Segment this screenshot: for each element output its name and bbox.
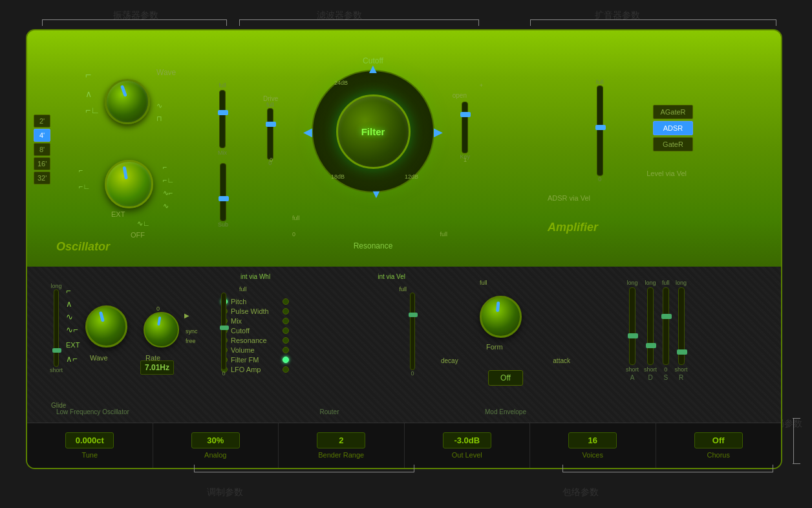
r-slider[interactable] bbox=[678, 287, 685, 365]
sub-slider[interactable]: Sub bbox=[218, 163, 228, 228]
s-slider[interactable] bbox=[663, 287, 669, 365]
filter-knob[interactable]: Filter bbox=[336, 94, 411, 169]
bender-value[interactable]: 2 bbox=[317, 432, 365, 448]
outlevel-label: Out Level bbox=[452, 451, 482, 459]
int-via-whl-label: int via Whl bbox=[240, 273, 270, 280]
mod-envelope-label: Mod Envelope bbox=[485, 408, 526, 415]
resonance-label: Resonance bbox=[354, 241, 393, 250]
tune-label: Tune bbox=[81, 451, 98, 459]
lfo-section: long short Glide ⌐ ∧ ∿ ∿⌐ EXT ∧⌐ Wave bbox=[50, 276, 218, 419]
glide-slider[interactable]: long short bbox=[50, 283, 63, 373]
free-label: free bbox=[186, 338, 196, 344]
form-label: Form bbox=[486, 343, 503, 351]
bender-label: Bender Range bbox=[318, 451, 364, 459]
osc1-knob[interactable] bbox=[105, 79, 150, 124]
octave-buttons: 2' 4' 8' 16' 32' bbox=[34, 115, 50, 184]
mix-slider[interactable]: full Mix bbox=[218, 82, 227, 156]
env-params-label: 包络参数 bbox=[562, 487, 599, 498]
a-slider[interactable] bbox=[629, 287, 636, 365]
lfo-wave-label: Wave bbox=[90, 354, 108, 362]
router-lfoamp-row: LFO Amp bbox=[221, 366, 438, 373]
d-slider-container: long short D bbox=[644, 280, 657, 381]
key-slider[interactable]: Key bbox=[460, 102, 470, 160]
filter-text: Filter bbox=[361, 126, 385, 137]
agate-r-btn[interactable]: AGateR bbox=[653, 105, 693, 119]
router-pitch-row: Pitch bbox=[221, 298, 438, 305]
router-left-slider[interactable]: 0 bbox=[221, 293, 226, 377]
lfo-label: Low Frequency Oscillator bbox=[56, 408, 129, 415]
oct-btn-32[interactable]: 32' bbox=[34, 171, 50, 184]
osc2-knob[interactable] bbox=[105, 160, 153, 208]
bender-param: 2 Bender Range bbox=[279, 423, 405, 468]
tune-value[interactable]: 0.000ct bbox=[65, 432, 114, 448]
oct-btn-4[interactable]: 4' bbox=[34, 129, 50, 142]
outlevel-param: -3.0dB Out Level bbox=[405, 423, 531, 468]
router-filterfm-row: Filter FM bbox=[221, 356, 438, 364]
router-section: int via Whl int via Vel full full Pitch … bbox=[221, 273, 438, 419]
router-res-row: Resonance bbox=[221, 337, 438, 344]
chorus-label: Chorus bbox=[707, 451, 730, 459]
chorus-value[interactable]: Off bbox=[694, 432, 743, 448]
voices-label: Voices bbox=[582, 451, 603, 459]
amplifier-section: Amplifier full 0 ADSR via Vel Level via … bbox=[544, 66, 693, 260]
envelope-buttons: AGateR ADSR GateR bbox=[653, 105, 693, 151]
analog-value[interactable]: 30% bbox=[191, 432, 240, 448]
analog-param: 30% Analog bbox=[153, 423, 279, 468]
mod-params-label: 调制参数 bbox=[207, 487, 243, 498]
adsr-section: long short A long short D full bbox=[623, 273, 775, 419]
amp-label: Amplifier bbox=[548, 221, 598, 234]
mod-envelope-section: full Form decay attack Off Mod Envelope bbox=[441, 273, 570, 419]
router-vol-row: Volume bbox=[221, 346, 438, 354]
oct-btn-8[interactable]: 8' bbox=[34, 143, 50, 156]
router-label: Router bbox=[319, 408, 339, 415]
d-slider[interactable] bbox=[647, 287, 654, 365]
attack-label: attack bbox=[553, 357, 570, 364]
global-params-bar: 0.000ct Tune 30% Analog 2 Bender Range -… bbox=[27, 423, 781, 468]
a-slider-container: long short A bbox=[626, 280, 639, 381]
level-slider[interactable]: full 0 bbox=[596, 79, 604, 182]
tune-param: 0.000ct Tune bbox=[27, 423, 153, 468]
voices-param: 16 Voices bbox=[530, 423, 656, 468]
gate-r-btn[interactable]: GateR bbox=[653, 137, 693, 151]
voices-value[interactable]: 16 bbox=[568, 432, 617, 448]
adsr-via-vel-label: ADSR via Vel bbox=[548, 194, 590, 202]
lfo-rate-value: 7.01Hz bbox=[140, 360, 174, 375]
oscillator-label: Oscillator bbox=[56, 240, 110, 254]
sync-label: sync bbox=[186, 328, 198, 335]
oct-btn-16[interactable]: 16' bbox=[34, 157, 50, 170]
s-slider-container: full 0 S bbox=[662, 280, 670, 381]
mod-env-off-btn[interactable]: Off bbox=[488, 370, 523, 386]
level-via-vel-label: Level via Vel bbox=[646, 170, 687, 177]
router-pw-row: Pulse Width bbox=[221, 307, 438, 315]
router-cutoff-row: Cutoff bbox=[221, 327, 438, 335]
off-label: OFF bbox=[131, 231, 145, 239]
r-slider-container: long short R bbox=[675, 280, 688, 381]
ext-label: EXT bbox=[111, 210, 125, 218]
decay-label: decay bbox=[441, 357, 458, 364]
int-via-vel-label: int via Vel bbox=[378, 273, 405, 280]
analog-label: Analog bbox=[204, 451, 226, 459]
lfo-wave-knob[interactable] bbox=[85, 305, 127, 348]
chorus-param: Off Chorus bbox=[656, 423, 782, 468]
filter-section: Cutoff ▲ ▼ ◀ ▶ 24dB 18dB 12dB Filter bbox=[260, 56, 486, 270]
adsr-btn[interactable]: ADSR bbox=[653, 121, 693, 135]
router-mix-row: Mix bbox=[221, 317, 438, 325]
synth-body: 2' 4' 8' 16' 32' ⌐ ∧ ⌐∟ Wave full bbox=[26, 29, 782, 469]
outlevel-value[interactable]: -3.0dB bbox=[443, 432, 491, 448]
oct-btn-2[interactable]: 2' bbox=[34, 115, 50, 127]
router-right-slider[interactable]: 0 bbox=[410, 293, 415, 377]
oscillator-section: ⌐ ∧ ⌐∟ Wave full Mix ∿ ⊓ ⌐ ⌐∟ bbox=[53, 63, 253, 257]
lfo-rate-knob[interactable] bbox=[144, 312, 179, 348]
wave-label: Wave bbox=[156, 68, 176, 77]
form-knob[interactable] bbox=[480, 296, 522, 338]
